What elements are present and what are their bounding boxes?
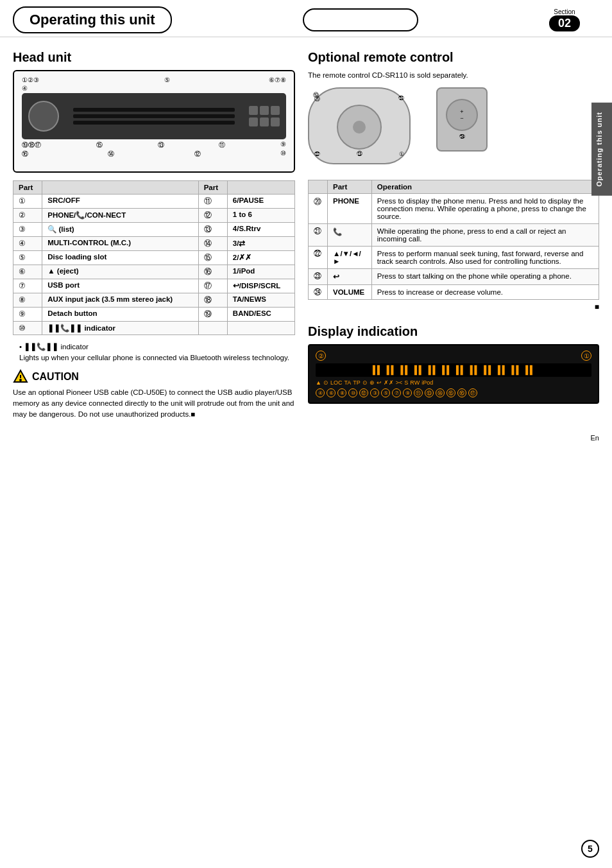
display-nums-row: ④ ⑥ ⑧ ⑩ ⑫ ③ ⑤ ⑦ ⑨ ⑪ ⑬ ⑭ ⑮ ⑯ ⑰ — [316, 388, 591, 397]
ops-operation-label: Operation — [371, 180, 599, 194]
remote-num-21: ㉑ — [398, 95, 404, 103]
ops-part: PHONE — [328, 194, 372, 224]
caution-title: CAUTION — [13, 369, 295, 385]
part-num2: ⑬ — [198, 223, 227, 237]
svg-point-2 — [20, 379, 21, 381]
remote-num-1: ① — [399, 151, 404, 157]
part-num2: ⑫ — [198, 209, 227, 223]
remote-left: ⑳ ㉑ ㉒ ㉓ ① ⑲ — [308, 87, 423, 171]
part-name: USB port — [42, 279, 198, 293]
ops-part: ↩ — [328, 269, 372, 285]
part-num2: ⑪ — [198, 195, 227, 209]
part-name2 — [227, 322, 294, 335]
part-num: ④ — [13, 237, 42, 251]
caution-box: CAUTION Use an optional Pioneer USB cabl… — [13, 369, 295, 421]
ops-num: ⑳ — [309, 194, 328, 224]
part-name2: TA/NEWS — [227, 293, 294, 308]
section-number: 02 — [549, 15, 580, 31]
section-box: Section 02 — [549, 8, 580, 31]
diagram-label-bot2-2: ⑭ — [108, 150, 114, 159]
part-num: ⑨ — [13, 308, 42, 322]
parts-table-row: ⑩ ❚❚📞❚❚ indicator — [13, 322, 295, 335]
ops-num: ㉓ — [309, 269, 328, 285]
ops-table-row: ㉒ ▲/▼/◄/► Press to perform manual seek t… — [309, 247, 599, 269]
part-name: MULTI-CONTROL (M.C.) — [42, 237, 198, 251]
segment-display: ▐▌▐▌▐▌▐▌▐▌▐▌▐▌▐▌▐▌▐▌▐▌▐▌ — [316, 363, 591, 377]
indicator-text: Lights up when your cellular phone is co… — [19, 354, 289, 361]
head-unit-diagram: ①②③ ⑤ ⑥⑦⑧ ④ — [13, 70, 295, 173]
parts-table-row: ④ MULTI-CONTROL (M.C.) ⑭ 3/⇄ — [13, 237, 295, 251]
part-name: AUX input jack (3.5 mm stereo jack) — [42, 293, 198, 308]
ops-num: ㉔ — [309, 285, 328, 300]
indicator-note: ❚❚📞❚❚ indicator Lights up when your cell… — [13, 342, 295, 364]
page-footer: En 5 — [0, 430, 612, 446]
part-name2: 2/✗✗ — [227, 251, 294, 265]
part-num2: ⑰ — [198, 279, 227, 293]
page-title: Operating this unit — [13, 6, 172, 33]
ops-operation: Press to start talking on the phone whil… — [371, 269, 599, 285]
part-name2: 1/iPod — [227, 265, 294, 279]
part-num2: ⑭ — [198, 237, 227, 251]
part-name2: BAND/ESC — [227, 308, 294, 322]
part-name2: 6/PAUSE — [227, 195, 294, 209]
part-num2: ⑮ — [198, 251, 227, 265]
diagram-label-4: ④ — [22, 85, 28, 92]
remote-num-23: ㉓ — [357, 151, 362, 157]
parts-table-row: ① SRC/OFF ⑪ 6/PAUSE — [13, 195, 295, 209]
parts-table-row: ③ 🔍 (list) ⑬ 4/S.Rtrv — [13, 223, 295, 237]
indicator-symbol: ❚❚📞❚❚ — [24, 343, 58, 351]
part-num: ③ — [13, 223, 42, 237]
remote-minus: − — [460, 115, 463, 121]
caution-icon — [13, 369, 28, 385]
ops-part-header — [309, 180, 328, 194]
page-header: Operating this unit Section 02 — [0, 0, 612, 37]
right-column: Optional remote control The remote contr… — [308, 44, 599, 420]
display-icons-row: ▲ ⊙ LOC TA TP ⊙ ⊕ ↩ ✗✗ >< S RW iPod — [316, 379, 591, 386]
indicator-label: indicator — [60, 343, 88, 351]
diagram-label-bot2-3: ⑫ — [194, 150, 201, 159]
operations-table: Part Operation ⑳ PHONE Press to display … — [308, 180, 599, 300]
diagram-label-top-1: ①②③ — [22, 76, 39, 83]
remote-plus: + — [460, 108, 463, 115]
part-num2: ⑲ — [198, 308, 227, 322]
footer-lang: En — [591, 434, 599, 442]
parts-col2-header: Part — [198, 181, 227, 195]
remote-num-24: ㉔ — [459, 134, 465, 140]
ops-operation: Press to increase or decrease volume. — [371, 285, 599, 300]
part-name: 🔍 (list) — [42, 223, 198, 237]
remote-diagram: ⑳ ㉑ ㉒ ㉓ ① ⑲ — [308, 87, 599, 171]
ops-num: ㉒ — [309, 247, 328, 269]
part-num: ⑧ — [13, 293, 42, 308]
display-indication: Display indication ② ① ▐▌▐▌▐▌▐▌▐▌▐▌▐▌▐▌▐… — [308, 324, 599, 404]
parts-table-row: ⑥ ▲ (eject) ⑯ 1/iPod — [13, 265, 295, 279]
part-num: ② — [13, 209, 42, 223]
remote-dpad — [337, 105, 382, 150]
ops-table-row: ⑳ PHONE Press to display the phone menu.… — [309, 194, 599, 224]
left-column: Head unit ①②③ ⑤ ⑥⑦⑧ ④ — [13, 44, 295, 420]
part-num: ① — [13, 195, 42, 209]
ops-table-row: ㉔ VOLUME Press to increase or decrease v… — [309, 285, 599, 300]
head-unit-heading: Head unit — [13, 50, 295, 65]
ops-part: ▲/▼/◄/► — [328, 247, 372, 269]
diagram-label-bot2-1: ⑯ — [22, 150, 28, 159]
display-diagram: ② ① ▐▌▐▌▐▌▐▌▐▌▐▌▐▌▐▌▐▌▐▌▐▌▐▌ ▲ ⊙ LOC TA … — [308, 344, 599, 404]
part-num: ⑦ — [13, 279, 42, 293]
ops-part: 📞 — [328, 224, 372, 247]
caution-label: CAUTION — [32, 369, 79, 385]
part-name: Detach button — [42, 308, 198, 322]
part-name: ▲ (eject) — [42, 265, 198, 279]
remote-right: + − ㉔ — [436, 87, 494, 158]
part-num2: ⑱ — [198, 293, 227, 308]
part-num: ⑥ — [13, 265, 42, 279]
ops-operation: Press to display the phone menu. Press a… — [371, 194, 599, 224]
diagram-label-bot-2: ⑮ — [96, 141, 103, 150]
part-name2: 4/S.Rtrv — [227, 223, 294, 237]
device-body — [22, 93, 286, 139]
section-label: Section — [554, 8, 575, 15]
display-indication-heading: Display indication — [308, 324, 599, 339]
diagram-label-top-3: ⑥⑦⑧ — [269, 76, 286, 83]
main-content: Head unit ①②③ ⑤ ⑥⑦⑧ ④ — [0, 44, 612, 420]
ops-num: ㉑ — [309, 224, 328, 247]
parts-table: Part Part ① SRC/OFF ⑪ 6/PAUSE ② PHONE/📞/… — [13, 180, 295, 335]
remote-body-left: ⑳ ㉑ ㉒ ㉓ ① ⑲ — [308, 87, 411, 164]
